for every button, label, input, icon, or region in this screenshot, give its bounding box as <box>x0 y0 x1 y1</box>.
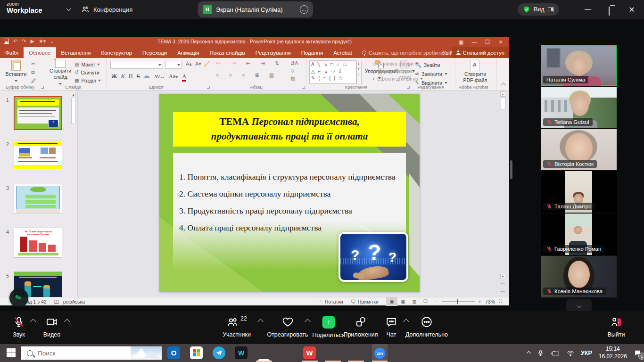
section-button[interactable]: ▦Розділ <box>74 77 101 83</box>
minimize-window-button[interactable]: — <box>581 5 595 13</box>
slide-title-box[interactable]: ТЕМА Персонал підприємства, продуктивніс… <box>173 112 406 147</box>
share-button[interactable]: ↑ Поделиться <box>312 316 345 338</box>
char-spacing-button[interactable]: AV↔ <box>154 74 165 79</box>
language-indicator[interactable]: УКР <box>581 350 592 356</box>
tab-shared-screen[interactable]: Н Экран (Наталія Суліма) … <box>198 1 313 17</box>
restore-window-button[interactable] <box>609 7 610 16</box>
thumbnail-scrollbar[interactable]: ▲ <box>71 92 76 125</box>
participants-button[interactable]: 22 Участники <box>223 316 251 338</box>
tray-mic-icon[interactable] <box>537 350 544 357</box>
zoom-slider-knob[interactable] <box>457 299 459 304</box>
participant-tile-talash-dmytro[interactable]: Талаш Дмитро <box>541 171 617 213</box>
participant-tile-havrylenko-roman[interactable]: Гавриленко Роман <box>541 214 617 255</box>
tell-me-box[interactable]: Скажіть, що потрібно зробити... <box>362 50 448 56</box>
participant-tile-kseniia-manaienkova[interactable]: Ксенія Манаєнкова <box>541 256 617 297</box>
previous-slide-icon[interactable]: ⏶⏶ <box>500 281 505 287</box>
grow-font-icon[interactable]: A▴ <box>186 61 192 67</box>
slide-thumbnail-1[interactable]: ? <box>14 96 62 130</box>
participant-tile-tetiana-gutsul[interactable]: Tetiana Gutsul <box>541 87 617 128</box>
audio-options-chevron[interactable] <box>30 319 36 325</box>
fit-to-window-icon[interactable]: ⛶ <box>495 297 506 306</box>
smartart-convert-icon[interactable]: ▨ <box>290 75 298 82</box>
more-participants-button[interactable] <box>566 299 592 312</box>
notification-center-button[interactable]: 1 <box>634 349 642 357</box>
taskbar-webex-icon[interactable]: W <box>235 346 248 359</box>
share-access-button[interactable]: Спільний доступ <box>452 47 509 58</box>
tray-expand-chevron[interactable] <box>527 351 531 355</box>
spellcheck-icon[interactable]: 🕮 <box>54 299 59 304</box>
shapes-gallery[interactable]: A ╲ ↘ □ ○ ▭△ ⌐ ↳ ⇨ ⇩✎ ( ~ { } ☆ ▲▼≡ <box>309 60 356 84</box>
apps-button[interactable]: Приложения <box>343 316 378 338</box>
taskbar-outlook-icon[interactable]: O <box>167 346 180 359</box>
sidebar-scrollbar-thumb[interactable] <box>510 160 512 179</box>
taskbar-wps-icon[interactable]: W <box>303 346 316 359</box>
participants-options-chevron[interactable] <box>257 319 264 325</box>
normal-view-button[interactable]: ▣ <box>386 297 397 306</box>
font-name-combobox[interactable] <box>110 61 163 69</box>
new-slide-button[interactable]: Створити слайд <box>48 60 73 86</box>
slide-thumbnail-3[interactable] <box>14 184 62 214</box>
shadow-button[interactable]: abc <box>144 74 150 79</box>
ribbon-tab-animations[interactable]: Анімація <box>172 47 204 58</box>
react-button[interactable]: Отреагировать <box>267 316 308 338</box>
shrink-font-icon[interactable]: A▾ <box>195 61 201 67</box>
align-text-icon[interactable]: ⇳ <box>290 68 298 74</box>
shape-fill-button[interactable]: ◇Заливка фігури <box>372 61 423 66</box>
slide-scrollbar[interactable]: ▲ ▼ ⏶⏶ ⏷⏷ <box>500 91 506 295</box>
slide-thumbnail-4[interactable]: На 10 млн скоротилося населення України <box>14 228 62 258</box>
cut-icon[interactable]: ✂ <box>31 61 36 67</box>
font-color-button[interactable]: A <box>182 73 186 82</box>
taskbar-search-box[interactable] <box>21 346 162 360</box>
audio-button[interactable]: Звук <box>13 316 25 338</box>
font-size-combobox[interactable] <box>165 61 182 69</box>
ribbon-tab-slideshow[interactable]: Показ слайдів <box>204 47 250 58</box>
ppt-minimize-button[interactable]: — <box>469 39 480 45</box>
leave-button[interactable]: Выйти <box>607 316 625 338</box>
zoom-percent[interactable]: 73% <box>485 299 495 304</box>
zoom-in-icon[interactable]: + <box>479 299 481 304</box>
notes-button[interactable]: ≐Нотатки <box>319 298 343 304</box>
thumb-scroll-up-icon[interactable]: ▲ <box>71 92 76 97</box>
zoom-out-icon[interactable]: − <box>435 299 438 304</box>
tab-options-icon[interactable]: … <box>300 5 308 14</box>
scroll-thumb[interactable] <box>501 97 506 109</box>
ppt-restore-button[interactable]: ❒ <box>482 39 493 45</box>
shapes-scroll-icons[interactable]: ▲▼≡ <box>356 61 362 84</box>
slideshow-view-button[interactable]: 🖵 <box>420 297 431 306</box>
clear-formatting-icon[interactable]: 🧹 <box>204 61 210 67</box>
thumb-scroll-thumb[interactable] <box>71 98 75 124</box>
annotation-pencil-button[interactable]: ✎ <box>9 288 28 307</box>
tray-battery-icon[interactable] <box>551 350 560 356</box>
taskbar-store-icon[interactable] <box>190 346 203 359</box>
ribbon-tab-design[interactable]: Конструктор <box>96 47 137 58</box>
tray-wifi-icon[interactable] <box>567 350 574 356</box>
ribbon-tab-file[interactable]: Файл <box>0 47 24 58</box>
ribbon-tab-review[interactable]: Рецензування <box>250 47 296 58</box>
reading-view-button[interactable]: ▥ <box>409 297 420 306</box>
layout-button[interactable]: ▤Макет <box>74 61 101 67</box>
ppt-close-button[interactable]: ✕ <box>495 39 506 45</box>
taskbar-zoom-icon[interactable]: zm <box>372 344 388 362</box>
change-case-button[interactable]: Aa <box>169 73 179 80</box>
slide-sorter-view-button[interactable]: ▦ <box>397 297 409 306</box>
scroll-up-icon[interactable]: ▲ <box>500 91 505 97</box>
copy-icon[interactable]: ⧉ <box>31 69 36 75</box>
shape-outline-button[interactable]: ▱Контур фігури <box>372 68 423 74</box>
participant-tile-viktoria-kostiuk[interactable]: Вікторія Костюк <box>541 129 617 170</box>
format-painter-icon[interactable]: 🖉 <box>31 78 36 83</box>
video-button[interactable]: Видео <box>43 316 61 338</box>
ribbon-tab-acrobat[interactable]: Acrobat <box>328 47 357 58</box>
language-indicator[interactable]: російська <box>63 299 85 304</box>
ribbon-tab-insert[interactable]: Вставлення <box>56 47 96 58</box>
video-options-chevron[interactable] <box>64 319 70 325</box>
slide-thumbnail-2[interactable] <box>14 140 62 170</box>
workspace-dropdown-icon[interactable] <box>66 7 71 11</box>
bold-button[interactable]: Ж <box>111 73 117 80</box>
shape-effects-button[interactable]: ◐Ефекти для фігур <box>372 76 423 82</box>
font-dialog-launcher-icon[interactable] <box>207 86 210 89</box>
paragraph-align-icons[interactable]: ≡ ≡ ≡ ≣ ▥ <box>216 72 278 78</box>
comments-button[interactable]: 🗨Примітки <box>351 299 379 304</box>
more-button[interactable]: Дополнительно <box>405 316 448 338</box>
strikethrough-button[interactable]: S <box>137 73 140 80</box>
tab-conference[interactable]: Конференция <box>81 0 132 19</box>
